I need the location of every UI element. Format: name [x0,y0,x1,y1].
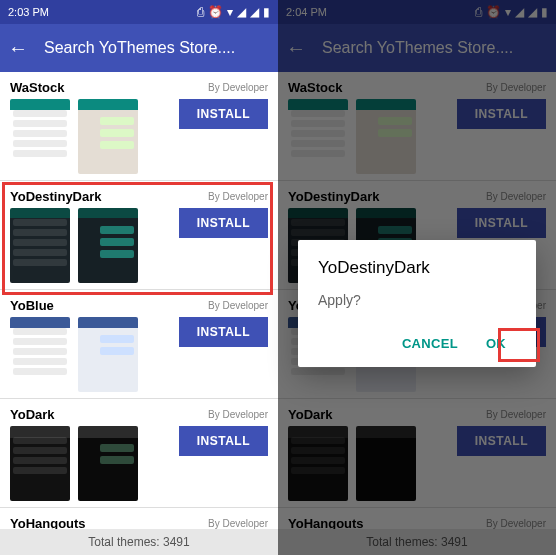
search-field[interactable]: Search YoThemes Store.... [44,39,270,57]
theme-item[interactable]: YoBlueBy Developer INSTALL [0,290,278,399]
screenshot-thumb [78,99,138,174]
status-bar: 2:03 PM ⎙ ⏰ ▾ ◢ ◢ ▮ [0,0,278,24]
theme-list[interactable]: WaStockBy Developer INSTALL YoDestinyDar… [0,72,278,555]
back-icon[interactable]: ← [8,37,28,60]
footer-count: Total themes: 3491 [0,529,278,555]
alarm-icon: ⏰ [208,5,223,19]
cancel-button[interactable]: CANCEL [392,328,468,359]
theme-dev: By Developer [208,300,268,311]
install-button[interactable]: INSTALL [179,426,268,456]
cast-icon: ⎙ [197,5,204,19]
dialog-title: YoDestinyDark [318,258,516,278]
theme-name: YoBlue [10,298,54,313]
screenshot-thumb [10,208,70,283]
wifi-icon: ▾ [227,5,233,19]
app-bar: ← Search YoThemes Store.... [0,24,278,72]
theme-dev: By Developer [208,518,268,529]
theme-name: WaStock [10,80,64,95]
theme-item[interactable]: WaStockBy Developer INSTALL [0,72,278,181]
apply-dialog: YoDestinyDark Apply? CANCEL OK [298,240,536,367]
phone-left: 2:03 PM ⎙ ⏰ ▾ ◢ ◢ ▮ ← Search YoThemes St… [0,0,278,555]
signal-icon: ◢ [250,5,259,19]
screenshot-thumb [78,426,138,501]
dialog-message: Apply? [318,292,516,308]
theme-dev: By Developer [208,191,268,202]
screenshot-thumb [10,99,70,174]
theme-dev: By Developer [208,82,268,93]
screenshot-thumb [10,426,70,501]
battery-icon: ▮ [263,5,270,19]
theme-name: YoDestinyDark [10,189,102,204]
ok-button[interactable]: OK [476,328,516,359]
screenshot-thumb [78,208,138,283]
theme-item[interactable]: YoDarkBy Developer INSTALL [0,399,278,508]
screenshot-thumb [78,317,138,392]
theme-dev: By Developer [208,409,268,420]
theme-item[interactable]: YoDestinyDarkBy Developer INSTALL [0,181,278,290]
clock: 2:03 PM [8,6,49,18]
screenshot-thumb [10,317,70,392]
theme-name: YoDark [10,407,55,422]
install-button[interactable]: INSTALL [179,208,268,238]
phone-right: 2:04 PM ⎙ ⏰ ▾ ◢ ◢ ▮ ← Search YoThemes St… [278,0,556,555]
install-button[interactable]: INSTALL [179,317,268,347]
install-button[interactable]: INSTALL [179,99,268,129]
signal-icon: ◢ [237,5,246,19]
